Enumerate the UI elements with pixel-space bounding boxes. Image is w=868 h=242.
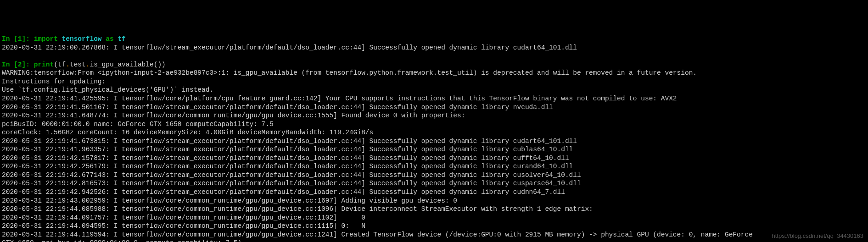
terminal-line: 2020-05-31 22:19:42.256179: I tensorflow… bbox=[2, 162, 866, 171]
terminal-line: 2020-05-31 22:19:42.816573: I tensorflow… bbox=[2, 179, 866, 188]
terminal-line: 2020-05-31 22:19:44.091757: I tensorflow… bbox=[2, 214, 866, 222]
terminal-text-segment: 2020-05-31 22:19:42.816573: I tensorflow… bbox=[2, 180, 581, 187]
terminal-text-segment: as bbox=[106, 35, 118, 43]
terminal-line: In [2]: print(tf.test.is_gpu_available()… bbox=[2, 60, 866, 69]
terminal-line: coreClock: 1.56GHz coreCount: 16 deviceM… bbox=[2, 128, 866, 137]
terminal-line: 2020-05-31 22:19:44.085988: I tensorflow… bbox=[2, 205, 866, 214]
terminal-line: 2020-05-31 22:19:44.094595: I tensorflow… bbox=[2, 222, 866, 231]
terminal-text-segment: coreClock: 1.56GHz coreCount: 16 deviceM… bbox=[2, 129, 373, 136]
terminal-text-segment: 2020-05-31 22:19:41.425595: I tensorflow… bbox=[2, 95, 677, 102]
terminal-line: 2020-05-31 22:19:41.673815: I tensorflow… bbox=[2, 137, 866, 146]
terminal-line: 2020-05-31 22:19:44.119594: I tensorflow… bbox=[2, 231, 866, 239]
terminal-text-segment: tf bbox=[118, 35, 125, 43]
terminal-text-segment: In [2]: bbox=[2, 61, 34, 68]
terminal-text-segment: WARNING:tensorflow:From <ipython-input-2… bbox=[2, 69, 697, 77]
terminal-text-segment: 2020-05-31 22:19:41.673815: I tensorflow… bbox=[2, 138, 577, 145]
terminal-line: 2020-05-31 22:19:41.425595: I tensorflow… bbox=[2, 94, 866, 103]
terminal-text-segment: Use `tf.config.list_physical_devices('GP… bbox=[2, 86, 213, 94]
terminal-text-segment: In [1]: bbox=[2, 35, 34, 43]
terminal-line: WARNING:tensorflow:From <ipython-input-2… bbox=[2, 69, 866, 77]
terminal-text-segment: GTX 1650, pci bus id: 0000:01:00.0, comp… bbox=[2, 239, 241, 242]
terminal-text-segment: 2020-05-31 22:19:41.963357: I tensorflow… bbox=[2, 146, 573, 153]
terminal-text-segment: 2020-05-31 22:19:43.002959: I tensorflow… bbox=[2, 197, 457, 204]
terminal-line: 2020-05-31 22:19:42.677143: I tensorflow… bbox=[2, 171, 866, 180]
terminal-text-segment: 2020-05-31 22:19:42.157817: I tensorflow… bbox=[2, 154, 569, 162]
terminal-line: 2020-05-31 22:19:00.267868: I tensorflow… bbox=[2, 44, 866, 52]
terminal-text-segment: 2020-05-31 22:19:41.501167: I tensorflow… bbox=[2, 104, 553, 111]
terminal-line: 2020-05-31 22:19:41.501167: I tensorflow… bbox=[2, 103, 866, 112]
terminal-text-segment: 2020-05-31 22:19:44.119594: I tensorflow… bbox=[2, 231, 753, 238]
terminal-text-segment: 2020-05-31 22:19:42.942526: I tensorflow… bbox=[2, 188, 565, 196]
terminal-text-segment: 2020-05-31 22:19:42.677143: I tensorflow… bbox=[2, 171, 581, 179]
terminal-text-segment: test bbox=[70, 61, 86, 68]
terminal-output: In [1]: import tensorflow as tf2020-05-3… bbox=[2, 35, 866, 242]
terminal-text-segment: 2020-05-31 22:19:00.267868: I tensorflow… bbox=[2, 44, 577, 51]
terminal-text-segment: import bbox=[34, 35, 62, 43]
terminal-line: 2020-05-31 22:19:43.002959: I tensorflow… bbox=[2, 197, 866, 205]
terminal-line: pciBusID: 0000:01:00.0 name: GeForce GTX… bbox=[2, 120, 866, 129]
terminal-text-segment: 2020-05-31 22:19:41.648774: I tensorflow… bbox=[2, 112, 465, 119]
terminal-text-segment: (tf bbox=[54, 61, 66, 68]
terminal-line: 2020-05-31 22:19:41.963357: I tensorflow… bbox=[2, 145, 866, 154]
terminal-text-segment: 2020-05-31 22:19:44.094595: I tensorflow… bbox=[2, 222, 365, 230]
terminal-line: Use `tf.config.list_physical_devices('GP… bbox=[2, 86, 866, 94]
terminal-line bbox=[2, 52, 866, 60]
terminal-line: 2020-05-31 22:19:41.648774: I tensorflow… bbox=[2, 111, 866, 120]
terminal-line: In [1]: import tensorflow as tf bbox=[2, 35, 866, 44]
terminal-text-segment: Instructions for updating: bbox=[2, 78, 106, 85]
terminal-text-segment: 2020-05-31 22:19:44.091757: I tensorflow… bbox=[2, 214, 365, 221]
terminal-text-segment: 2020-05-31 22:19:42.256179: I tensorflow… bbox=[2, 163, 573, 170]
terminal-line: GTX 1650, pci bus id: 0000:01:00.0, comp… bbox=[2, 239, 866, 242]
terminal-line: Instructions for updating: bbox=[2, 77, 866, 86]
terminal-line: 2020-05-31 22:19:42.942526: I tensorflow… bbox=[2, 188, 866, 197]
terminal-text-segment: . bbox=[66, 61, 70, 68]
terminal-text-segment: tensorflow bbox=[62, 35, 106, 43]
terminal-text-segment: is_gpu_available()) bbox=[90, 61, 165, 68]
terminal-text-segment: pciBusID: 0000:01:00.0 name: GeForce GTX… bbox=[2, 121, 274, 128]
terminal-text-segment: 2020-05-31 22:19:44.085988: I tensorflow… bbox=[2, 205, 593, 213]
watermark: https://blog.csdn.net/qq_34430163 bbox=[772, 232, 864, 240]
terminal-line: 2020-05-31 22:19:42.157817: I tensorflow… bbox=[2, 154, 866, 163]
terminal-text-segment: print bbox=[34, 61, 54, 68]
